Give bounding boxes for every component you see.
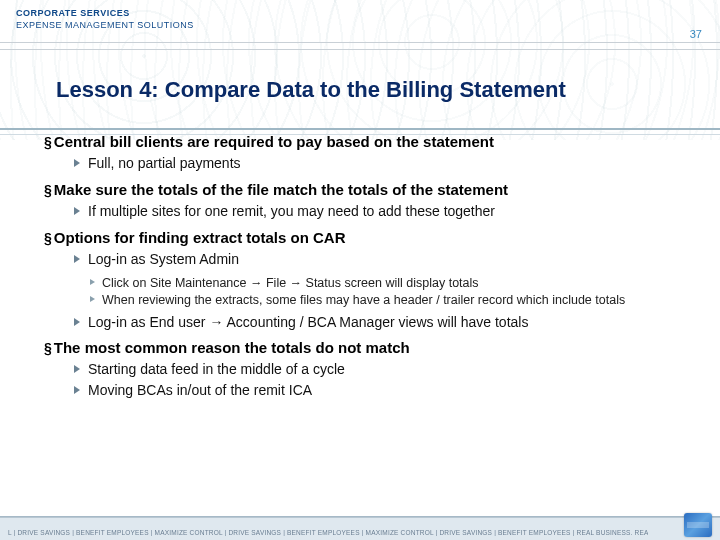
section-head: The most common reason the totals do not…: [56, 339, 694, 356]
brand-line-1: CORPORATE SERVICES: [16, 8, 704, 20]
bullet-list: Log-in as End user → Accounting / BCA Ma…: [74, 313, 694, 332]
list-item: Click on Site Maintenance → File → Statu…: [90, 275, 694, 291]
list-item: Moving BCAs in/out of the remit ICA: [74, 381, 694, 400]
section-head: Make sure the totals of the file match t…: [56, 181, 694, 198]
section-2: Make sure the totals of the file match t…: [56, 181, 694, 221]
section-4: The most common reason the totals do not…: [56, 339, 694, 400]
brand-line-2: EXPENSE MANAGEMENT SOLUTIONS: [16, 20, 704, 32]
brand-block: CORPORATE SERVICES EXPENSE MANAGEMENT SO…: [16, 8, 704, 31]
section-head: Central bill clients are required to pay…: [56, 133, 694, 150]
header-rule-1: [0, 42, 720, 43]
list-item: When reviewing the extracts, some files …: [90, 292, 694, 308]
footer: L | DRIVE SAVINGS | BENEFIT EMPLOYEES | …: [0, 517, 720, 540]
page-number: 37: [690, 28, 702, 40]
content-area: Central bill clients are required to pay…: [56, 133, 694, 400]
slide-title: Lesson 4: Compare Data to the Billing St…: [56, 77, 720, 103]
list-item: If multiple sites for one remit, you may…: [74, 202, 694, 221]
bullet-list: Starting data feed in the middle of a cy…: [74, 360, 694, 400]
footer-tagline: L | DRIVE SAVINGS | BENEFIT EMPLOYEES | …: [8, 529, 648, 536]
title-underline-1: [0, 128, 720, 130]
section-3: Options for finding extract totals on CA…: [56, 229, 694, 331]
list-item: Log-in as System Admin: [74, 250, 694, 269]
sub-list: Click on Site Maintenance → File → Statu…: [90, 275, 694, 309]
list-item: Full, no partial payments: [74, 154, 694, 173]
list-item: Starting data feed in the middle of a cy…: [74, 360, 694, 379]
section-head: Options for finding extract totals on CA…: [56, 229, 694, 246]
bullet-list: If multiple sites for one remit, you may…: [74, 202, 694, 221]
header-rule-2: [0, 49, 720, 50]
bullet-list: Log-in as System Admin: [74, 250, 694, 269]
amex-logo: [684, 513, 712, 537]
section-1: Central bill clients are required to pay…: [56, 133, 694, 173]
list-item: Log-in as End user → Accounting / BCA Ma…: [74, 313, 694, 332]
header: CORPORATE SERVICES EXPENSE MANAGEMENT SO…: [0, 0, 720, 31]
bullet-list: Full, no partial payments: [74, 154, 694, 173]
